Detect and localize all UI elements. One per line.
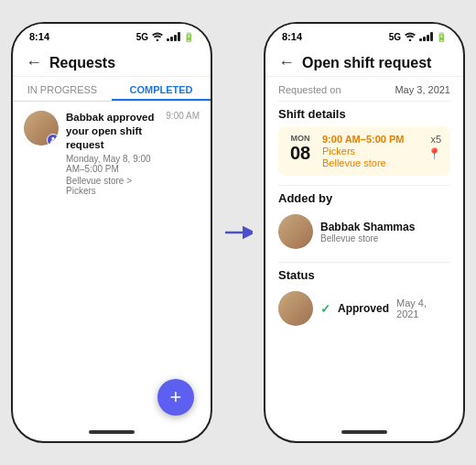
notification-time: 9:00 AM [166,111,200,121]
avatar-badge [47,134,59,146]
divider-2 [278,185,450,186]
detail-section: Requested on May 3, 2021 Shift details M… [265,77,463,333]
added-by-row: Babbak Shammas Bellevue store [278,211,450,256]
added-by-info: Babbak Shammas Bellevue store [320,221,415,243]
arrow-connector [223,223,253,242]
status-bar-1: 8:14 5G 🔋 [13,24,211,46]
divider-3 [278,262,450,263]
avatar-3 [278,291,313,326]
tabs-1: IN PROGRESS COMPLETED [13,77,211,102]
svg-point-1 [51,137,54,140]
home-indicator-1 [89,430,135,434]
shift-meta: x5 📍 [427,134,441,160]
avatar-1 [24,111,59,146]
requested-on-label: Requested on [278,84,341,95]
signal-icon [167,32,180,41]
battery-icon: 🔋 [183,32,194,42]
wifi-icon-2 [404,32,416,41]
location-icon: 📍 [427,147,441,160]
status-icons-2: 5G 🔋 [389,32,447,42]
notification-sub: Monday, May 8, 9:00 AM–5:00 PM [66,154,158,174]
shift-role: Pickers [322,146,418,157]
svg-point-3 [409,39,412,41]
time-2: 8:14 [282,31,302,42]
divider-1 [278,101,450,102]
back-button-1[interactable]: ← [26,53,42,72]
notification-store: Bellevue store > Pickers [66,176,158,196]
signal-icon-2 [419,32,433,41]
time-1: 8:14 [29,31,49,42]
shift-dow: MON [291,134,310,143]
shift-card: MON 08 9:00 AM–5:00 PM Pickers Bellevue … [278,126,450,176]
home-indicator-2 [341,430,387,434]
added-by-name: Babbak Shammas [320,221,415,233]
shift-count: x5 [430,134,441,145]
status-icons-1: 5G 🔋 [136,32,194,42]
shift-info: 9:00 AM–5:00 PM Pickers Bellevue store [322,134,418,168]
notification-text: Babbak approved your open shift request [66,111,158,152]
requested-on-date: May 3, 2021 [395,84,450,95]
phone-1: 8:14 5G 🔋 ← Requests [11,22,212,443]
page-title-2: Open shift request [302,55,431,71]
shift-day: 08 [290,143,310,163]
status-check-icon: ✓ [320,302,330,316]
fab-button[interactable]: + [157,379,194,416]
notification-body: Babbak approved your open shift request … [66,111,158,196]
network-2: 5G [389,32,401,42]
avatar-2 [278,214,313,249]
notification-item[interactable]: Babbak approved your open shift request … [13,102,211,205]
phone-2: 8:14 5G 🔋 ← Open shift [264,22,465,443]
nav-header-2: ← Open shift request [265,46,463,77]
nav-header-1: ← Requests [13,46,211,77]
requested-on-row: Requested on May 3, 2021 [278,84,450,95]
phone-1-content: ← Requests IN PROGRESS COMPLETED [13,46,211,425]
status-date: May 4, 2021 [396,297,450,319]
shift-store: Bellevue store [322,157,418,168]
status-bar-2: 8:14 5G 🔋 [265,24,463,46]
tab-completed[interactable]: COMPLETED [112,77,211,101]
added-by-title: Added by [278,191,450,205]
shift-time: 9:00 AM–5:00 PM [322,134,418,145]
added-by-store: Bellevue store [320,233,415,243]
wifi-icon [151,32,164,41]
tab-in-progress[interactable]: IN PROGRESS [13,77,112,101]
phone-2-content: ← Open shift request Requested on May 3,… [265,46,463,425]
back-button-2[interactable]: ← [278,53,295,72]
status-row: ✓ Approved May 4, 2021 [278,287,450,330]
status-label: Approved [338,302,389,315]
shift-details-title: Shift details [278,107,450,121]
network-1: 5G [136,32,148,42]
battery-icon-2: 🔋 [436,32,447,42]
shift-date-block: MON 08 [287,134,313,163]
page-title-1: Requests [49,55,115,71]
status-title: Status [278,268,450,282]
svg-point-0 [157,39,159,41]
